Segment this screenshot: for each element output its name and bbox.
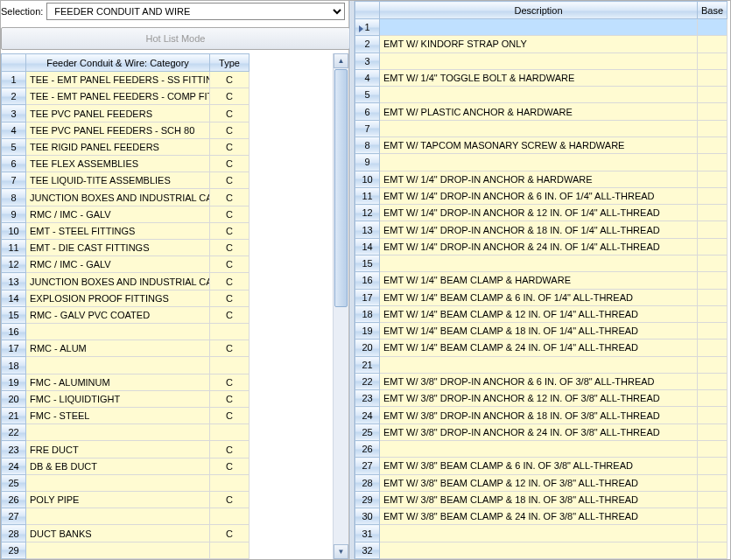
cell-base[interactable] <box>698 458 727 474</box>
table-row[interactable]: 22 <box>2 424 250 441</box>
cell-description[interactable] <box>380 154 698 171</box>
cell-base[interactable] <box>698 87 727 103</box>
cell-type[interactable] <box>210 324 250 340</box>
row-header[interactable]: 1 <box>2 72 26 88</box>
cell-base[interactable] <box>698 154 727 171</box>
cell-base[interactable] <box>698 508 727 525</box>
cell-category[interactable]: TEE RIGID PANEL FEEDERS <box>26 138 210 155</box>
table-row[interactable]: 13EMT W/ 1/4" DROP-IN ANCHOR & 18 IN. OF… <box>355 221 727 238</box>
row-header[interactable]: 7 <box>355 120 380 136</box>
table-row[interactable]: 5TEE RIGID PANEL FEEDERSC <box>2 138 250 155</box>
cell-type[interactable]: C <box>210 189 250 206</box>
table-row[interactable]: 32 <box>355 542 727 558</box>
scroll-thumb[interactable] <box>334 69 348 307</box>
table-row[interactable]: 12EMT W/ 1/4" DROP-IN ANCHOR & 12 IN. OF… <box>355 205 727 221</box>
column-header-category[interactable]: Feeder Conduit & Wire: Category <box>26 54 210 72</box>
table-row[interactable]: 21 <box>355 356 727 373</box>
cell-type[interactable]: C <box>210 273 250 290</box>
table-row[interactable]: 10EMT W/ 1/4" DROP-IN ANCHOR & HARDWARE <box>355 171 727 187</box>
cell-base[interactable] <box>698 69 727 86</box>
row-header[interactable]: 14 <box>355 238 380 255</box>
cell-description[interactable] <box>380 52 698 69</box>
cell-category[interactable]: TEE - EMT PANEL FEEDERS - COMP FITTING <box>26 88 210 105</box>
row-header[interactable]: 21 <box>2 408 26 424</box>
row-header[interactable]: 12 <box>355 205 380 221</box>
cell-base[interactable] <box>698 323 727 340</box>
row-header[interactable]: 26 <box>2 492 26 508</box>
scroll-up-icon[interactable]: ▲ <box>334 53 348 68</box>
cell-category[interactable]: TEE LIQUID-TITE ASSEMBLIES <box>26 172 210 189</box>
row-header[interactable]: 30 <box>355 508 380 525</box>
cell-type[interactable]: C <box>210 306 250 323</box>
table-row[interactable]: 1 <box>355 19 727 36</box>
table-row[interactable]: 1TEE - EMT PANEL FEEDERS - SS FITTINGSC <box>2 72 250 88</box>
cell-category[interactable]: RMC / IMC - GALV <box>26 256 210 273</box>
row-header[interactable]: 5 <box>355 87 380 103</box>
cell-category[interactable]: POLY PIPE <box>26 492 210 508</box>
cell-category[interactable]: EMT - DIE CAST FITTINGS <box>26 240 210 256</box>
row-header[interactable]: 4 <box>2 122 26 138</box>
table-row[interactable]: 18EMT W/ 1/4" BEAM CLAMP & 12 IN. OF 1/4… <box>355 305 727 322</box>
row-header[interactable]: 22 <box>2 424 26 441</box>
table-row[interactable]: 17EMT W/ 1/4" BEAM CLAMP & 6 IN. OF 1/4"… <box>355 289 727 305</box>
cell-category[interactable] <box>26 424 210 441</box>
row-header[interactable]: 23 <box>2 441 26 458</box>
cell-base[interactable] <box>698 340 727 356</box>
row-header[interactable]: 11 <box>2 240 26 256</box>
row-header[interactable]: 16 <box>355 272 380 289</box>
cell-base[interactable] <box>698 356 727 373</box>
cell-category[interactable]: FMC - LIQUIDTIGHT <box>26 390 210 407</box>
row-header[interactable]: 24 <box>2 458 26 474</box>
table-row[interactable]: 23FRE DUCTC <box>2 441 250 458</box>
table-row[interactable]: 25EMT W/ 3/8" DROP-IN ANCHOR & 24 IN. OF… <box>355 424 727 440</box>
table-row[interactable]: 28EMT W/ 3/8" BEAM CLAMP & 12 IN. OF 3/8… <box>355 474 727 491</box>
cell-category[interactable] <box>26 324 210 340</box>
table-row[interactable]: 31 <box>355 525 727 542</box>
table-row[interactable]: 4TEE PVC PANEL FEEDERS - SCH 80C <box>2 122 250 138</box>
column-header-type[interactable]: Type <box>210 54 250 72</box>
row-header[interactable]: 22 <box>355 373 380 389</box>
cell-category[interactable]: JUNCTION BOXES AND INDUSTRIAL CABIN <box>26 189 210 206</box>
table-row[interactable]: 21FMC - STEELC <box>2 408 250 424</box>
table-row[interactable]: 23EMT W/ 3/8" DROP-IN ANCHOR & 12 IN. OF… <box>355 390 727 407</box>
table-row[interactable]: 19FMC - ALUMINUMC <box>2 374 250 390</box>
table-row[interactable]: 13JUNCTION BOXES AND INDUSTRIAL CABINC <box>2 273 250 290</box>
cell-type[interactable]: C <box>210 172 250 189</box>
cell-type[interactable]: C <box>210 290 250 306</box>
table-row[interactable]: 29EMT W/ 3/8" BEAM CLAMP & 18 IN. OF 3/8… <box>355 491 727 508</box>
row-header[interactable]: 6 <box>355 103 380 120</box>
row-header[interactable]: 25 <box>355 424 380 440</box>
selection-dropdown[interactable]: FEEDER CONDUIT AND WIRE <box>46 3 345 20</box>
row-header[interactable]: 10 <box>2 222 26 239</box>
row-header[interactable]: 15 <box>355 255 380 271</box>
cell-base[interactable] <box>698 525 727 542</box>
cell-type[interactable]: C <box>210 222 250 239</box>
cell-description[interactable]: EMT W/ 1/4" BEAM CLAMP & 18 IN. OF 1/4" … <box>380 323 698 340</box>
table-row[interactable]: 10EMT - STEEL FITTINGSC <box>2 222 250 239</box>
table-row[interactable]: 8JUNCTION BOXES AND INDUSTRIAL CABINC <box>2 189 250 206</box>
table-row[interactable]: 26POLY PIPEC <box>2 492 250 508</box>
cell-type[interactable]: C <box>210 122 250 138</box>
table-row[interactable]: 24EMT W/ 3/8" DROP-IN ANCHOR & 18 IN. OF… <box>355 407 727 424</box>
table-row[interactable]: 18 <box>2 357 250 374</box>
row-header[interactable]: 6 <box>2 156 26 172</box>
row-header[interactable]: 2 <box>355 36 380 52</box>
row-header[interactable]: 27 <box>355 458 380 474</box>
cell-base[interactable] <box>698 171 727 187</box>
cell-type[interactable] <box>210 508 250 525</box>
column-header-base[interactable]: Base <box>698 2 727 19</box>
cell-description[interactable]: EMT W/ 1/4" DROP-IN ANCHOR & 24 IN. OF 1… <box>380 238 698 255</box>
row-header[interactable]: 28 <box>2 525 26 542</box>
row-header[interactable]: 8 <box>355 136 380 153</box>
row-header[interactable]: 18 <box>355 305 380 322</box>
cell-category[interactable]: RMC / IMC - GALV <box>26 206 210 222</box>
cell-base[interactable] <box>698 289 727 305</box>
table-row[interactable]: 27EMT W/ 3/8" BEAM CLAMP & 6 IN. OF 3/8"… <box>355 458 727 474</box>
cell-description[interactable]: EMT W/ 3/8" BEAM CLAMP & 12 IN. OF 3/8" … <box>380 474 698 491</box>
cell-category[interactable]: EXPLOSION PROOF FITTINGS <box>26 290 210 306</box>
cell-base[interactable] <box>698 36 727 52</box>
cell-base[interactable] <box>698 424 727 440</box>
cell-description[interactable]: EMT W/ 1/4" DROP-IN ANCHOR & 6 IN. OF 1/… <box>380 187 698 204</box>
row-header[interactable]: 13 <box>355 221 380 238</box>
table-row[interactable]: 2EMT W/ KINDORF STRAP ONLY <box>355 36 727 52</box>
